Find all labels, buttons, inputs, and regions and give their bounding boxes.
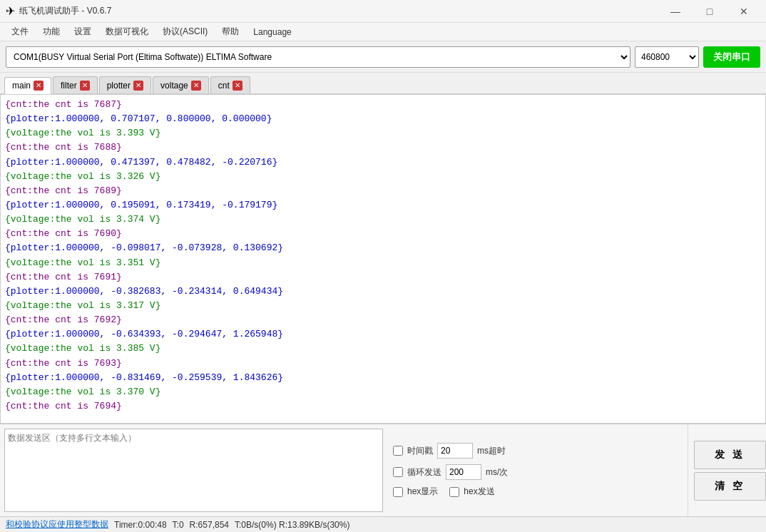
tab-label-main: main [12, 81, 31, 91]
log-line: {cnt:the cnt is 7690} [5, 227, 761, 241]
menu-bar: 文件功能设置数据可视化协议(ASCII)帮助Language [0, 23, 766, 41]
menu-item-Language[interactable]: Language [247, 26, 297, 39]
log-line: {cnt:the cnt is 7689} [5, 184, 761, 198]
tab-filter[interactable]: filter✕ [53, 76, 98, 93]
close-button[interactable]: ✕ [727, 2, 760, 21]
minimize-button[interactable]: — [659, 2, 692, 21]
tab-label-filter: filter [61, 81, 77, 91]
log-line: {voltage:the vol is 3.326 V} [5, 170, 761, 184]
loop-input[interactable] [446, 464, 481, 480]
log-line: {plotter:1.000000, -0.831469, -0.259539,… [5, 371, 761, 385]
send-textarea[interactable] [4, 429, 383, 512]
log-line: {cnt:the cnt is 7688} [5, 140, 761, 155]
status-link[interactable]: 和校验协议应使用整型数据 [6, 518, 108, 531]
menu-item-设置[interactable]: 设置 [68, 24, 97, 39]
tab-voltage[interactable]: voltage✕ [153, 76, 209, 93]
tab-close-cnt[interactable]: ✕ [233, 81, 242, 91]
tab-close-plotter[interactable]: ✕ [133, 81, 143, 91]
log-line: {voltage:the vol is 3.351 V} [5, 256, 761, 270]
log-line: {plotter:1.000000, -0.098017, -0.073928,… [5, 241, 761, 255]
menu-item-功能[interactable]: 功能 [37, 24, 66, 39]
menu-item-帮助[interactable]: 帮助 [216, 24, 245, 39]
title-bar-left: ✈ 纸飞机调试助手 - V0.6.7 [6, 4, 111, 18]
hex-send-checkbox[interactable] [449, 487, 459, 497]
tabs-bar: main✕filter✕plotter✕voltage✕cnt✕ [0, 73, 766, 94]
log-line: {cnt:the cnt is 7691} [5, 270, 761, 285]
status-t0: T:0 [173, 520, 184, 530]
time-checkbox[interactable] [393, 446, 403, 456]
menu-item-文件[interactable]: 文件 [6, 24, 34, 39]
log-line: {plotter:1.000000, 0.195091, 0.173419, -… [5, 198, 761, 213]
loop-option-row: 循环发送 ms/次 [393, 464, 682, 480]
app-icon: ✈ [6, 4, 15, 18]
baud-select[interactable]: 9600192003840057600115200230400460800921… [635, 46, 699, 68]
log-line: {cnt:the cnt is 7694} [5, 399, 761, 414]
port-bar: COM1(BUSY Virtual Serial Port (Eltima So… [0, 41, 766, 73]
console-area[interactable]: {cnt:the cnt is 7687}{plotter:1.000000, … [0, 94, 766, 424]
hex-option-row: hex显示 hex发送 [393, 486, 682, 498]
log-line: {cnt:the cnt is 7687} [5, 98, 761, 112]
time-label: 时间戳 [407, 445, 433, 457]
hex-send-label: hex发送 [464, 486, 494, 498]
menu-item-协议(ASCII)[interactable]: 协议(ASCII) [157, 24, 213, 39]
port-select[interactable]: COM1(BUSY Virtual Serial Port (Eltima So… [6, 46, 630, 68]
log-line: {voltage:the vol is 3.370 V} [5, 385, 761, 399]
time-option-row: 时间戳 ms超时 [393, 443, 682, 459]
tab-main[interactable]: main✕ [4, 77, 51, 94]
tab-close-filter[interactable]: ✕ [80, 81, 90, 91]
log-line: {cnt:the cnt is 7693} [5, 357, 761, 371]
send-area [0, 424, 387, 516]
log-line: {voltage:the vol is 3.393 V} [5, 126, 761, 140]
options-group: 时间戳 ms超时 循环发送 ms/次 hex显示 hex发送 [387, 424, 688, 516]
maximize-button[interactable]: □ [693, 2, 726, 21]
status-received: R:657,854 [190, 520, 229, 530]
clear-button[interactable]: 清 空 [694, 472, 766, 501]
app-title: 纸飞机调试助手 - V0.6.7 [19, 5, 111, 17]
bottom-panel: 时间戳 ms超时 循环发送 ms/次 hex显示 hex发送 发 送 清 空 [0, 424, 766, 516]
tab-label-voltage: voltage [160, 81, 188, 91]
hex-display-label: hex显示 [407, 486, 438, 498]
loop-unit: ms/次 [486, 466, 508, 479]
log-line: {plotter:1.000000, -0.634393, -0.294647,… [5, 327, 761, 342]
tab-close-main[interactable]: ✕ [34, 81, 44, 91]
close-port-button[interactable]: 关闭串口 [703, 46, 760, 68]
tab-cnt[interactable]: cnt✕ [210, 76, 250, 93]
status-timer: Timer:0:00:48 [114, 520, 167, 530]
log-line: {plotter:1.000000, -0.382683, -0.234314,… [5, 285, 761, 299]
right-inner: 时间戳 ms超时 循环发送 ms/次 hex显示 hex发送 发 送 清 空 [387, 424, 766, 516]
tab-label-plotter: plotter [107, 81, 131, 91]
log-line: {voltage:the vol is 3.385 V} [5, 342, 761, 356]
tab-plotter[interactable]: plotter✕ [99, 76, 151, 93]
menu-item-数据可视化[interactable]: 数据可视化 [100, 24, 154, 39]
log-line: {plotter:1.000000, 0.707107, 0.800000, 0… [5, 112, 761, 126]
tab-close-voltage[interactable]: ✕ [191, 81, 201, 91]
log-line: {voltage:the vol is 3.374 V} [5, 213, 761, 227]
tab-label-cnt: cnt [218, 81, 230, 91]
log-line: {cnt:the cnt is 7692} [5, 313, 761, 327]
log-line: {voltage:the vol is 3.317 V} [5, 299, 761, 313]
loop-label: 循环发送 [407, 466, 441, 479]
title-bar: ✈ 纸飞机调试助手 - V0.6.7 — □ ✕ [0, 0, 766, 23]
time-unit: ms超时 [477, 445, 506, 457]
log-line: {plotter:1.000000, 0.471397, 0.478482, -… [5, 155, 761, 170]
send-button[interactable]: 发 送 [694, 441, 766, 469]
title-bar-controls: — □ ✕ [659, 2, 760, 21]
status-bar: 和校验协议应使用整型数据 Timer:0:00:48 T:0 R:657,854… [0, 516, 766, 532]
action-buttons: 发 送 清 空 [688, 424, 766, 516]
time-input[interactable] [437, 443, 473, 459]
hex-display-checkbox[interactable] [393, 487, 403, 497]
loop-checkbox[interactable] [393, 467, 403, 477]
status-rate: T:0B/s(0%) R:13.89KB/s(30%) [235, 520, 349, 530]
